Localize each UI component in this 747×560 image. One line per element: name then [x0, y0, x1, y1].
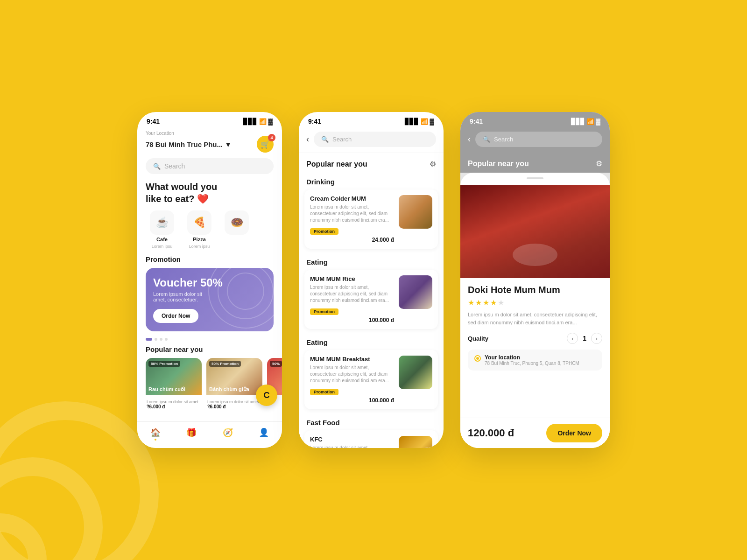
status-bar-1: 9:41 ▊▊▊ 📶 ▓ — [137, 112, 282, 127]
promo-card: Voucher 50% Lorem ipsum dolor sit amet, … — [146, 268, 274, 331]
filter-icon-3[interactable]: ⚙ — [596, 159, 602, 168]
search-bar-1[interactable]: 🔍 Search — [146, 158, 274, 174]
loc-title: Your location — [485, 354, 579, 361]
nav-home[interactable]: 🏠 — [150, 427, 161, 441]
popular-near-header-3: Popular near you ⚙ — [460, 154, 610, 173]
bg-circle-2 — [0, 457, 103, 560]
food-card-rice[interactable]: MUM MUM Rice Lorem ipsu m dolor sit amet… — [304, 270, 438, 329]
popular-near-header-2: Popular near you ⚙ — [299, 153, 444, 173]
battery-icon-3: ▓ — [596, 118, 600, 125]
back-button-2[interactable]: ‹ — [306, 134, 309, 144]
bg-circle-3 — [0, 513, 47, 560]
gift-icon: 🎁 — [186, 427, 197, 438]
pizza-name: Pizza — [193, 237, 206, 242]
food-desc-breakfast: Lorem ipsu m dolor sit amet, consectetue… — [310, 364, 394, 384]
location-row: 78 Bui Minh Truc Phu... ▼ 🛒 4 — [146, 136, 274, 153]
back-button-3[interactable]: ‹ — [468, 134, 471, 144]
detail-title: Doki Hote Mum Mum — [468, 285, 602, 295]
donut-icon: 🍩 — [225, 210, 249, 235]
food-card-img-rice — [399, 275, 432, 309]
detail-footer: 120.000 đ Order Now — [460, 418, 610, 448]
category-pizza[interactable]: 🍕 Pizza Lorem ipsu — [183, 210, 216, 249]
wifi-icon-2: 📶 — [421, 118, 428, 125]
food-card-cream[interactable]: Cream Colder MUM Lorem ipsu m dolor sit … — [304, 189, 438, 249]
detail-info: Doki Hote Mum Mum ★ ★ ★ ★ ★ Lorem ipsu m… — [460, 278, 610, 385]
nav-dot-active — [155, 439, 156, 441]
popular-near-title-3: Popular near you — [468, 160, 529, 168]
star-5: ★ — [498, 298, 504, 307]
order-now-btn-3[interactable]: Order Now — [546, 424, 602, 442]
phone-3: 9:41 ▊▊▊ 📶 ▓ ‹ 🔍 Search Popular near you… — [460, 112, 610, 448]
category-donut[interactable]: 🍩 — [220, 210, 253, 249]
drag-handle[interactable] — [527, 177, 543, 179]
pizza-sub: Lorem ipsu — [189, 244, 210, 249]
search-icon-1: 🔍 — [153, 163, 161, 170]
search-placeholder-1: Search — [164, 162, 185, 170]
detail-desc: Lorem ipsu m dolor sit amet, consectetue… — [468, 311, 602, 326]
soup-bowl-svg — [512, 241, 558, 269]
signal-icon-3: ▊▊▊ — [571, 118, 585, 125]
cafe-name: Cafe — [156, 237, 168, 242]
popular-card-1[interactable]: 50% Promotion Rau chùm cuối Lorem ipsu m… — [146, 358, 202, 409]
rice-img — [399, 275, 432, 309]
food-list: Drinking Cream Colder MUM Lorem ipsu m d… — [299, 173, 444, 448]
time-2: 9:41 — [308, 118, 321, 125]
phone3-detail-panel: Doki Hote Mum Mum ★ ★ ★ ★ ★ Lorem ipsu m… — [460, 173, 610, 448]
hero-section: What would you like to eat? ❤️ — [137, 181, 282, 210]
food-card-img-breakfast — [399, 356, 432, 389]
popular-price-1: 26.000 đ — [147, 404, 201, 409]
phones-container: 9:41 ▊▊▊ 📶 ▓ Your Location 78 Bui Minh T… — [137, 112, 610, 448]
promo-circle-1 — [227, 273, 264, 310]
kfc-img — [399, 436, 432, 448]
popular-card-2[interactable]: 50% Promotion Bánh chùm giữa Lorem ipsu … — [206, 358, 262, 409]
filter-icon-2[interactable]: ⚙ — [430, 160, 436, 168]
cafe-sub: Lorem ipsu — [152, 244, 173, 249]
search-icon-3: 🔍 — [483, 136, 490, 143]
location-radio[interactable] — [474, 355, 481, 362]
search-placeholder-2: Search — [332, 136, 352, 143]
food-card-breakfast[interactable]: MUM MUM Breakfast Lorem ipsu m dolor sit… — [304, 350, 438, 409]
cart-icon: 🛒 — [261, 140, 270, 149]
category-eating-1: Eating — [304, 253, 438, 270]
signal-icon-2: ▊▊▊ — [405, 118, 419, 125]
promo-badge-2: 50% Promotion — [209, 361, 241, 367]
promo-order-btn[interactable]: Order Now — [153, 309, 198, 323]
food-card-breakfast-info: MUM MUM Breakfast Lorem ipsu m dolor sit… — [310, 356, 394, 404]
food-card-kfc[interactable]: KFC Lorem ipsu m dolor sit amet, — [304, 430, 438, 448]
search-bar-2[interactable]: 🔍 Search — [314, 132, 436, 147]
nav-profile[interactable]: 👤 — [259, 427, 269, 441]
food-price-rice: 100.000 đ — [310, 317, 394, 323]
detail-food-image — [460, 185, 610, 278]
location-label: Your Location — [146, 131, 274, 136]
search-bar-3[interactable]: 🔍 Search — [475, 132, 602, 147]
nav-compass[interactable]: 🧭 — [223, 427, 233, 441]
popular-price-2: 26.000 đ — [207, 404, 261, 409]
food-card-kfc-info: KFC Lorem ipsu m dolor sit amet, — [310, 436, 394, 448]
status-icons-1: ▊▊▊ 📶 ▓ — [243, 118, 273, 125]
food-price-breakfast: 100.000 đ — [310, 397, 394, 404]
status-bar-2: 9:41 ▊▊▊ 📶 ▓ — [299, 112, 444, 127]
promo-dot-4 — [165, 338, 168, 341]
popular-card-img-2: 50% Promotion Bánh chùm giữa — [206, 358, 262, 395]
quality-row: Quality ‹ 1 › — [468, 333, 602, 344]
search-icon-2: 🔍 — [321, 136, 329, 143]
category-fastfood: Fast Food — [304, 414, 438, 430]
food-name-cream: Cream Colder MUM — [310, 195, 394, 202]
popular-label-2: Bánh chùm giữa — [209, 386, 249, 392]
phone2-header: ‹ 🔍 Search — [299, 127, 444, 153]
promo-dot-2 — [155, 338, 157, 341]
cart-button[interactable]: 🛒 4 — [257, 136, 274, 153]
category-cafe[interactable]: ☕ Cafe Lorem ipsu — [146, 210, 178, 249]
qty-decrease-btn[interactable]: ‹ — [567, 333, 578, 344]
nav-gift[interactable]: 🎁 — [186, 427, 197, 441]
food-name-rice: MUM MUM Rice — [310, 275, 394, 282]
float-c-button[interactable]: C — [256, 385, 277, 406]
profile-icon: 👤 — [259, 427, 269, 438]
promotion-section-title: Promotion — [137, 255, 282, 268]
popular-info-1: Lorem ipsu m dolor sit amet 26.000 đ — [146, 395, 202, 409]
promo-badge-1: 50% Promotion — [148, 361, 180, 367]
category-eating-2: Eating — [304, 334, 438, 350]
status-bar-3: 9:41 ▊▊▊ 📶 ▓ — [460, 112, 610, 127]
popular-info-2: Lorem ipsu m dolor sit amet 26.000 đ — [206, 395, 262, 409]
qty-increase-btn[interactable]: › — [591, 333, 602, 344]
